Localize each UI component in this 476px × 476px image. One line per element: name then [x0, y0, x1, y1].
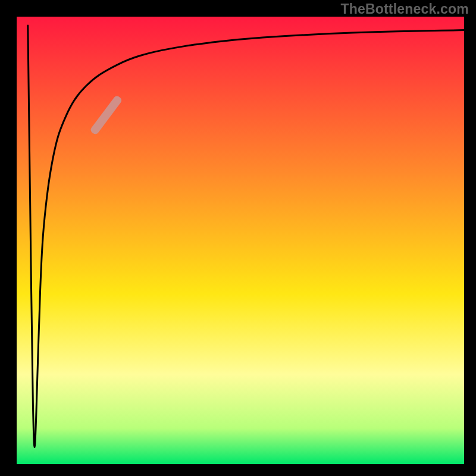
watermark-label: TheBottleneck.com: [340, 1, 469, 17]
chart-svg: [17, 17, 464, 464]
plot-area: [17, 17, 464, 464]
gradient-bg: [17, 17, 464, 464]
chart-frame: TheBottleneck.com: [0, 0, 476, 476]
